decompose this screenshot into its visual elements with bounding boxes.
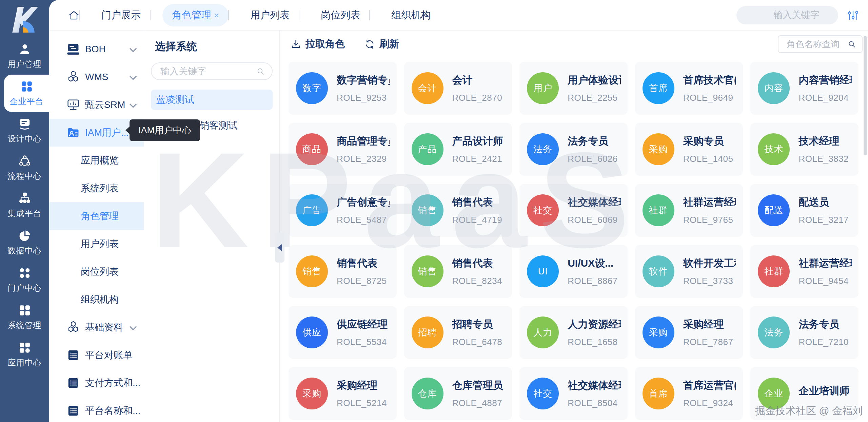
rail-nav-icon	[20, 80, 33, 93]
vertical-scrollbar-thumb[interactable]	[864, 36, 867, 155]
rail-nav-item[interactable]: 应用中心	[0, 336, 49, 373]
role-card[interactable]: 招聘 招聘专员 ROLE_6478	[404, 306, 512, 359]
home-button[interactable]	[68, 9, 80, 21]
tab-close-icon[interactable]: ×	[214, 11, 219, 20]
menu-item[interactable]: 用户列表	[49, 230, 144, 258]
panel-collapse-handle[interactable]	[275, 233, 284, 263]
rail-nav-item[interactable]: 设计中心	[0, 112, 49, 149]
brand-logo-icon[interactable]	[11, 5, 39, 34]
role-code: ROLE_5487	[337, 215, 390, 225]
role-avatar: 供应	[296, 316, 328, 348]
role-card[interactable]: 社群 社群运营经理 ROLE_9765	[635, 184, 743, 237]
role-title: UI/UX设...	[568, 256, 618, 270]
workspace-tab[interactable]: 用户列表 ×	[241, 4, 299, 26]
rail-nav-item[interactable]: 系统管理	[0, 299, 49, 336]
chevron-down-icon[interactable]	[130, 45, 137, 52]
menu-item[interactable]: 支付方式和...	[49, 369, 144, 397]
role-card[interactable]: 法务 法务专员 ROLE_6026	[519, 123, 628, 176]
rail-nav-item[interactable]: 企业平台	[4, 75, 49, 112]
rail-nav-item[interactable]: 集成平台	[0, 187, 49, 224]
rail-nav-icon	[18, 43, 31, 56]
role-title: 招聘专员	[452, 318, 502, 331]
role-card[interactable]: 产品 产品设计师 ROLE_2421	[404, 123, 512, 176]
menu-item[interactable]: BOH	[49, 35, 144, 63]
role-card-info: 采购经理 ROLE_7867	[683, 318, 733, 347]
role-card[interactable]: 软件 软件开发工程. ROLE_3733	[635, 245, 743, 298]
role-card[interactable]: 商品 商品管理专员 ROLE_2329	[289, 123, 397, 176]
filter-button[interactable]	[847, 9, 859, 21]
role-card[interactable]: 销售 销售代表 ROLE_8234	[404, 245, 512, 298]
role-card[interactable]: 法务 法务专员 ROLE_7210	[750, 306, 859, 359]
system-search[interactable]	[151, 62, 273, 80]
menu-item[interactable]: 平台对账单	[49, 341, 144, 369]
role-card[interactable]: 配送 配送员 ROLE_3217	[750, 184, 859, 237]
global-search-input[interactable]	[736, 10, 856, 20]
role-name-search-input[interactable]	[787, 39, 847, 50]
menu-item[interactable]: 基础资料	[49, 313, 144, 341]
role-avatar: 社交	[527, 194, 559, 226]
role-card-info: 社群运营经理 ROLE_9765	[683, 195, 736, 225]
role-code: ROLE_5534	[337, 337, 388, 347]
global-search[interactable]	[736, 6, 838, 24]
menu-item[interactable]: 系统列表	[49, 174, 144, 202]
role-card[interactable]: 社交 社交媒体经理 ROLE_8504	[519, 367, 628, 420]
role-title: 产品设计师	[452, 134, 503, 148]
menu-item-label: BOH	[85, 44, 106, 55]
role-card[interactable]: 供应 供应链经理 ROLE_5534	[289, 306, 397, 359]
chevron-down-icon[interactable]	[130, 100, 137, 108]
menu-item[interactable]: 应用概览	[49, 147, 144, 174]
role-card-info: 仓库管理员 ROLE_4887	[452, 379, 503, 408]
role-card[interactable]: 首席 首席技术官(... ROLE_9649	[635, 62, 743, 115]
role-card[interactable]: UI UI/UX设... ROLE_8867	[519, 245, 628, 298]
system-search-input[interactable]	[160, 66, 256, 77]
menu-item-label: WMS	[85, 72, 108, 82]
role-card[interactable]: 用户 用户体验设计. ROLE_2255	[519, 62, 628, 115]
role-card[interactable]: 内容 内容营销经理 ROLE_9204	[750, 62, 859, 115]
workspace-tab[interactable]: 门户展示 ×	[92, 4, 150, 26]
role-card[interactable]: 社群 社群运营经理 ROLE_9454	[750, 245, 859, 298]
chevron-down-icon[interactable]	[130, 323, 137, 330]
menu-item[interactable]: 甄云SRM	[49, 91, 144, 119]
rail-nav-item[interactable]: 门户中心	[0, 261, 49, 299]
role-card[interactable]: 数字 数字营销专员 ROLE_9253	[289, 62, 397, 115]
rail-nav-item[interactable]: 数据中心	[0, 224, 49, 261]
role-card[interactable]: 人力 人力资源经理 ROLE_1658	[519, 306, 628, 359]
menu-item[interactable]: 组织机构	[49, 286, 144, 313]
role-card[interactable]: 采购 采购经理 ROLE_7867	[635, 306, 743, 359]
role-card[interactable]: 广告 广告创意专员 ROLE_5487	[289, 184, 397, 237]
rail-nav-item[interactable]: 流程中心	[0, 149, 49, 187]
role-card[interactable]: 销售 销售代表 ROLE_4719	[404, 184, 512, 237]
workspace-tab[interactable]: 角色管理 ×	[162, 4, 229, 26]
toolbar-action-button[interactable]: 刷新	[364, 37, 399, 51]
role-avatar: 采购	[643, 133, 674, 165]
role-code: ROLE_6478	[452, 337, 502, 347]
role-card[interactable]: 首席 首席运营官(... ROLE_9324	[635, 367, 743, 420]
role-card-info: 法务专员 ROLE_6026	[568, 134, 618, 164]
role-title: 供应链经理	[337, 318, 388, 331]
role-card[interactable]: 会计 会计 ROLE_2870	[404, 62, 512, 115]
menu-item[interactable]: 角色管理	[49, 202, 144, 230]
role-card-info: 法务专员 ROLE_7210	[798, 318, 849, 347]
role-code: ROLE_6026	[568, 154, 618, 164]
system-list-item[interactable]: 蓝凌测试	[151, 90, 273, 110]
role-card[interactable]: 采购 采购经理 ROLE_5214	[289, 367, 397, 420]
toolbar-action-button[interactable]: 拉取角色	[291, 37, 345, 51]
role-card[interactable]: 社交 社交媒体经理 ROLE_6069	[519, 184, 628, 237]
role-name-search[interactable]	[778, 35, 863, 53]
role-card[interactable]: 企业 企业培训师	[750, 367, 859, 420]
role-card[interactable]: 仓库 仓库管理员 ROLE_4887	[404, 367, 512, 420]
role-card[interactable]: 销售 销售代表 ROLE_8725	[289, 245, 397, 298]
role-code: ROLE_8504	[568, 398, 621, 408]
menu-item[interactable]: WMS	[49, 63, 144, 91]
workspace-tab[interactable]: 组织机构 ×	[382, 4, 440, 26]
menu-item[interactable]: 岗位列表	[49, 258, 144, 286]
role-card[interactable]: 采购 采购专员 ROLE_1405	[635, 123, 743, 176]
secondary-menu: BOH WMS 甄云SRM IAM用户...	[49, 31, 144, 422]
menu-item-label: 组织机构	[81, 293, 119, 306]
workspace-tab[interactable]: 岗位列表 ×	[311, 4, 370, 26]
menu-item-icon	[67, 349, 80, 362]
menu-item[interactable]: 平台名称和...	[49, 397, 144, 422]
rail-nav-item[interactable]: 用户管理	[0, 37, 49, 75]
role-card[interactable]: 技术 技术经理 ROLE_3832	[750, 123, 859, 176]
chevron-down-icon[interactable]	[130, 73, 137, 80]
